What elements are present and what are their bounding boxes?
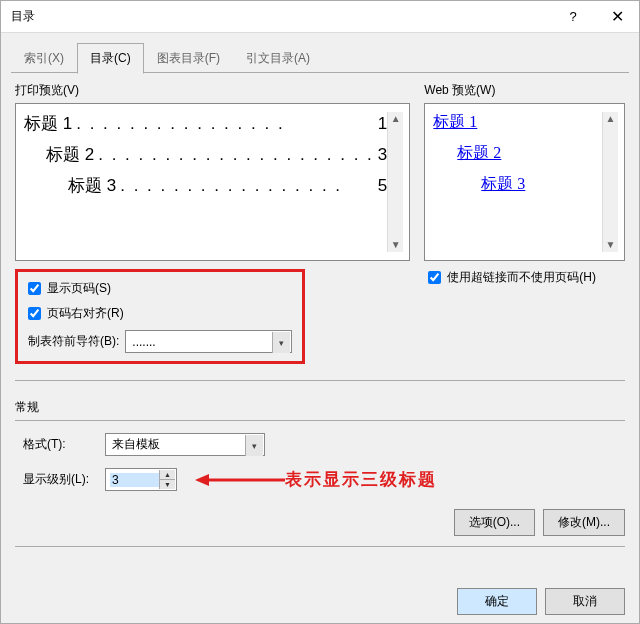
web-preview-label: Web 预览(W) — [424, 82, 625, 99]
mid-button-row: 选项(O)... 修改(M)... — [15, 503, 625, 536]
show-pagenum-checkbox[interactable] — [28, 282, 41, 295]
toc-line-2: 标题 2 . . . . . . . . . . . . . . . . . .… — [24, 143, 387, 166]
levels-row: 显示级别(L): 3 ▲ ▼ 表示显示三级标题 — [15, 468, 625, 491]
toc-line-3: 标题 3 . . . . . . . . . . . . . . . . . 5 — [24, 174, 387, 197]
window-title: 目录 — [11, 8, 551, 25]
print-preview-inner: 标题 1 . . . . . . . . . . . . . . . . 1 标… — [24, 112, 387, 252]
spinner-down[interactable]: ▼ — [159, 479, 175, 489]
web-preview-box: 标题 1 标题 2 标题 3 ▲ ▼ — [424, 103, 625, 261]
modify-button[interactable]: 修改(M)... — [543, 509, 625, 536]
right-align-label: 页码右对齐(R) — [47, 305, 124, 322]
scroll-down-icon: ▼ — [391, 238, 401, 252]
leader-row: 制表符前导符(B): ....... ▾ — [28, 330, 292, 353]
toc-line-1: 标题 1 . . . . . . . . . . . . . . . . 1 — [24, 112, 387, 135]
scroll-down-icon: ▼ — [606, 238, 616, 252]
web-line-3: 标题 3 — [433, 174, 602, 195]
web-preview-inner: 标题 1 标题 2 标题 3 — [433, 112, 602, 252]
format-label: 格式(T): — [23, 436, 105, 453]
right-options: 使用超链接而不使用页码(H) — [424, 269, 625, 294]
general-line — [15, 420, 625, 421]
web-preview-col: Web 预览(W) 标题 1 标题 2 标题 3 ▲ ▼ 使 — [424, 82, 625, 364]
show-pagenum-row: 显示页码(S) — [28, 280, 292, 297]
preview-row: 打印预览(V) 标题 1 . . . . . . . . . . . . . .… — [15, 82, 625, 364]
print-scrollbar[interactable]: ▲ ▼ — [387, 112, 403, 252]
leader-value: ....... — [132, 335, 155, 349]
tab-citations[interactable]: 引文目录(A) — [233, 43, 323, 73]
dialog-button-row: 确定 取消 — [1, 580, 639, 623]
format-select[interactable]: 来自模板 ▾ — [105, 433, 265, 456]
ok-button[interactable]: 确定 — [457, 588, 537, 615]
highlight-box: 显示页码(S) 页码右对齐(R) 制表符前导符(B): ....... ▾ — [15, 269, 305, 364]
leader-combo[interactable]: ....... ▾ — [125, 330, 292, 353]
right-align-checkbox[interactable] — [28, 307, 41, 320]
scroll-up-icon: ▲ — [606, 112, 616, 126]
spinner-up[interactable]: ▲ — [159, 470, 175, 479]
close-button[interactable]: ✕ — [595, 1, 639, 32]
hyperlinks-checkbox[interactable] — [428, 271, 441, 284]
toc-dialog: 目录 ? ✕ 索引(X) 目录(C) 图表目录(F) 引文目录(A) 打印预览(… — [0, 0, 640, 624]
chevron-down-icon: ▾ — [245, 435, 263, 456]
chevron-down-icon: ▾ — [272, 332, 290, 353]
web-scrollbar[interactable]: ▲ ▼ — [602, 112, 618, 252]
tab-toc[interactable]: 目录(C) — [77, 43, 144, 74]
options-button[interactable]: 选项(O)... — [454, 509, 535, 536]
right-align-row: 页码右对齐(R) — [28, 305, 292, 322]
general-legend: 常规 — [15, 399, 625, 416]
tab-index[interactable]: 索引(X) — [11, 43, 77, 73]
leader-label: 制表符前导符(B): — [28, 333, 119, 350]
print-preview-col: 打印预览(V) 标题 1 . . . . . . . . . . . . . .… — [15, 82, 410, 364]
print-preview-label: 打印预览(V) — [15, 82, 410, 99]
tab-strip: 索引(X) 目录(C) 图表目录(F) 引文目录(A) — [1, 33, 639, 73]
titlebar: 目录 ? ✕ — [1, 1, 639, 33]
levels-label: 显示级别(L): — [23, 471, 105, 488]
dialog-content: 打印预览(V) 标题 1 . . . . . . . . . . . . . .… — [1, 74, 639, 580]
annotation: 表示显示三级标题 — [195, 468, 437, 491]
web-line-2: 标题 2 — [433, 143, 602, 164]
scroll-up-icon: ▲ — [391, 112, 401, 126]
format-row: 格式(T): 来自模板 ▾ — [15, 433, 625, 456]
format-value: 来自模板 — [112, 436, 160, 453]
hyperlinks-row: 使用超链接而不使用页码(H) — [428, 269, 625, 286]
help-button[interactable]: ? — [551, 1, 595, 32]
svg-marker-1 — [195, 474, 209, 486]
tab-figures[interactable]: 图表目录(F) — [144, 43, 233, 73]
separator — [15, 380, 625, 381]
hyperlinks-label: 使用超链接而不使用页码(H) — [447, 269, 596, 286]
arrow-icon — [195, 470, 285, 490]
show-pagenum-label: 显示页码(S) — [47, 280, 111, 297]
print-preview-box: 标题 1 . . . . . . . . . . . . . . . . 1 标… — [15, 103, 410, 261]
web-line-1: 标题 1 — [433, 112, 602, 133]
spinner-buttons: ▲ ▼ — [159, 470, 175, 489]
levels-spinner[interactable]: 3 ▲ ▼ — [105, 468, 177, 491]
cancel-button[interactable]: 取消 — [545, 588, 625, 615]
separator-2 — [15, 546, 625, 547]
annotation-text: 表示显示三级标题 — [285, 468, 437, 491]
